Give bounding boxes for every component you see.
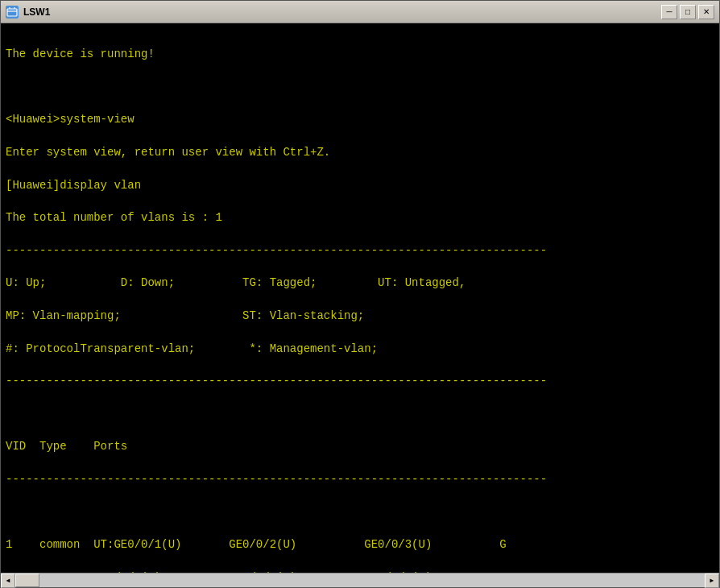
scroll-right-button[interactable]: ▶ [705, 574, 719, 588]
scroll-track[interactable] [15, 574, 705, 587]
output-line-5: [Huawei]display vlan [6, 177, 714, 193]
output-line-12 [6, 406, 714, 422]
output-line-10: #: ProtocolTransparent-vlan; *: Manageme… [6, 341, 714, 357]
scroll-thumb[interactable] [15, 574, 39, 587]
output-line-11: ----------------------------------------… [6, 373, 714, 389]
window-icon [6, 6, 19, 19]
output-line-3: <Huawei>system-view [6, 111, 714, 127]
output-line-16: 1 common UT:GE0/0/1(U) GE0/0/2(U) GE0/0/… [6, 536, 714, 553]
output-line-13: VID Type Ports [6, 438, 714, 454]
scroll-left-button[interactable]: ◀ [1, 574, 15, 588]
terminal-area[interactable]: The device is running! <Huawei>system-vi… [1, 23, 719, 573]
output-line-7: ----------------------------------------… [6, 242, 714, 259]
close-button[interactable]: ✕ [698, 5, 714, 19]
output-line-17: GE0/0/5(D) GE0/0/6(D) GE0/0/7(D) G [6, 569, 714, 573]
title-bar: LSW1 ─ □ ✕ [1, 1, 719, 23]
output-line-2 [6, 79, 714, 95]
minimize-button[interactable]: ─ [661, 5, 677, 19]
output-line-1: The device is running! [6, 46, 714, 62]
window-title: LSW1 [23, 6, 50, 18]
title-bar-left: LSW1 [6, 6, 50, 19]
window-frame: LSW1 ─ □ ✕ The device is running! <Huawe… [0, 0, 720, 588]
output-line-14: ----------------------------------------… [6, 471, 714, 487]
output-line-6: The total number of vlans is : 1 [6, 209, 714, 226]
output-line-4: Enter system view, return user view with… [6, 144, 714, 160]
output-line-15 [6, 504, 714, 520]
output-line-9: MP: Vlan-mapping; ST: Vlan-stacking; [6, 308, 714, 324]
horizontal-scrollbar[interactable]: ◀ ▶ [1, 573, 719, 587]
output-line-8: U: Up; D: Down; TG: Tagged; UT: Untagged… [6, 275, 714, 291]
maximize-button[interactable]: □ [680, 5, 696, 19]
terminal-output: The device is running! <Huawei>system-vi… [6, 30, 714, 573]
window-controls: ─ □ ✕ [661, 5, 714, 19]
svg-rect-0 [7, 9, 17, 16]
